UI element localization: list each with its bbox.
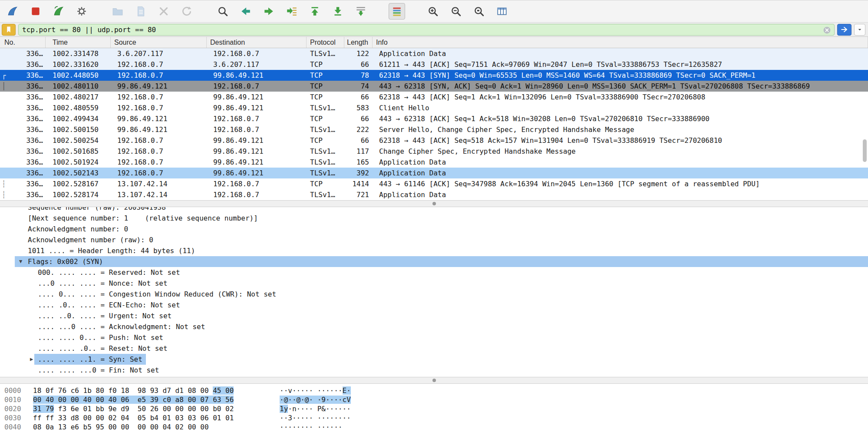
packet-row[interactable]: 336…1002.500254192.168.0.799.86.49.121TC… bbox=[0, 135, 868, 146]
filter-apply-button[interactable] bbox=[837, 24, 851, 36]
reload-file-button[interactable] bbox=[178, 3, 195, 20]
detail-row[interactable]: ...0 .... .... = Nonce: Not set bbox=[0, 278, 868, 289]
packet-row[interactable]: 336…1002.480559192.168.0.799.86.49.121TL… bbox=[0, 102, 868, 113]
packet-row[interactable]: │336…1002.48011099.86.49.121192.168.0.7T… bbox=[0, 81, 868, 92]
detail-row[interactable]: Acknowledgment number (raw): 0 bbox=[0, 234, 868, 245]
detail-row[interactable]: .... .... .0.. = Reset: Not set bbox=[0, 343, 868, 354]
go-to-packet-button[interactable] bbox=[284, 3, 300, 20]
cell-time: 1002.500254 bbox=[46, 135, 111, 146]
restart-capture-button[interactable] bbox=[50, 3, 67, 20]
col-header-source[interactable]: Source bbox=[111, 37, 207, 48]
packet-bytes-pane[interactable]: 000018 0f 76 c6 1b 80 f0 18 98 93 d7 d1 … bbox=[0, 384, 868, 442]
detail-row[interactable]: .... .... ...0 = Fin: Not set bbox=[0, 365, 868, 376]
detail-row-text: .... 0... .... = Congestion Window Reduc… bbox=[38, 289, 276, 300]
detail-row[interactable]: 000. .... .... = Reserved: Not set bbox=[0, 267, 868, 278]
detail-row[interactable]: ▼Flags: 0x002 (SYN) bbox=[0, 256, 868, 267]
detail-row-text: [Next sequence number: 1 (relative seque… bbox=[28, 213, 258, 224]
packet-row[interactable]: 336…1002.331620192.168.0.73.6.207.117TCP… bbox=[0, 59, 868, 70]
cell-len: 165 bbox=[344, 157, 373, 168]
col-header-no[interactable]: No. bbox=[0, 37, 46, 48]
close-file-button[interactable] bbox=[155, 3, 172, 20]
detail-bytes-splitter[interactable] bbox=[0, 377, 868, 384]
detail-row[interactable]: ▶.... .... ..1. = Syn: Set bbox=[0, 354, 868, 365]
zoom-in-button[interactable] bbox=[425, 3, 441, 20]
packet-row[interactable]: 336…1002.502143192.168.0.799.86.49.121TL… bbox=[0, 168, 868, 178]
detail-row[interactable]: .... ..0. .... = Urgent: Not set bbox=[0, 310, 868, 321]
packet-row[interactable]: ┌336…1002.448050192.168.0.799.86.49.121T… bbox=[0, 70, 868, 81]
cell-src: 192.168.0.7 bbox=[111, 168, 207, 178]
hex-segment: 45 00 bbox=[213, 386, 234, 395]
col-header-info[interactable]: Info bbox=[373, 37, 868, 48]
packet-row[interactable]: 336…1002.480217192.168.0.799.86.49.121TC… bbox=[0, 92, 868, 102]
packet-row[interactable]: 336…1002.49943499.86.49.121192.168.0.7TC… bbox=[0, 113, 868, 124]
packet-row[interactable]: 336…1002.3314783.6.207.117192.168.0.7TLS… bbox=[0, 48, 868, 59]
hex-line[interactable]: 001000 40 00 00 40 00 40 06 e5 39 c0 a8 … bbox=[0, 395, 868, 404]
cell-len: 66 bbox=[344, 113, 373, 124]
go-back-button[interactable] bbox=[238, 3, 254, 20]
stop-capture-button[interactable] bbox=[27, 3, 44, 20]
hex-line[interactable]: 002031 79 f3 6e 01 bb 9e d9 50 26 00 00 … bbox=[0, 404, 868, 413]
auto-scroll-button[interactable] bbox=[353, 3, 369, 20]
cell-time: 1002.499434 bbox=[46, 113, 111, 124]
filter-clear-button[interactable] bbox=[822, 26, 832, 35]
cell-proto: TLSv1… bbox=[307, 146, 344, 157]
resize-columns-button[interactable] bbox=[494, 3, 510, 20]
hex-bytes: 08 0a 13 e6 b5 95 00 00 00 00 04 02 00 0… bbox=[33, 422, 209, 432]
ascii-segment: ··3····· ········ bbox=[280, 414, 351, 422]
cell-proto: TLSv1… bbox=[307, 157, 344, 168]
hex-line[interactable]: 004008 0a 13 e6 b5 95 00 00 00 00 04 02 … bbox=[0, 422, 868, 432]
capture-options-button[interactable] bbox=[73, 3, 90, 20]
zoom-out-button[interactable] bbox=[448, 3, 464, 20]
packet-row[interactable]: ┆336…1002.52817413.107.42.14192.168.0.7T… bbox=[0, 189, 868, 200]
filter-dropdown-button[interactable] bbox=[854, 24, 865, 36]
detail-row-text: .... .... ..1. = Syn: Set bbox=[34, 354, 146, 365]
col-header-time[interactable]: Time bbox=[46, 37, 111, 48]
cell-no: 336… bbox=[0, 146, 46, 157]
packet-row[interactable]: 336…1002.501685192.168.0.799.86.49.121TL… bbox=[0, 146, 868, 157]
cell-src: 192.168.0.7 bbox=[111, 135, 207, 146]
col-header-destination[interactable]: Destination bbox=[207, 37, 307, 48]
find-packet-button[interactable] bbox=[215, 3, 231, 20]
go-to-bottom-icon bbox=[332, 6, 343, 17]
detail-row[interactable]: Acknowledgment number: 0 bbox=[0, 224, 868, 234]
start-capture-fin-icon bbox=[7, 6, 18, 17]
col-header-protocol[interactable]: Protocol bbox=[307, 37, 344, 48]
expander-closed-icon[interactable]: ▶ bbox=[30, 354, 33, 365]
detail-row[interactable]: .... .0.. .... = ECN-Echo: Not set bbox=[0, 300, 868, 310]
filter-bookmark-button[interactable] bbox=[2, 24, 16, 36]
packet-row[interactable]: 336…1002.50015099.86.49.121192.168.0.7TL… bbox=[0, 124, 868, 135]
detail-row[interactable]: .... 0... .... = Congestion Window Reduc… bbox=[0, 289, 868, 300]
cell-no: 336… bbox=[0, 48, 46, 59]
packet-list-scrollbar-thumb[interactable] bbox=[863, 139, 867, 162]
detail-row-text: .... .... .0.. = Reset: Not set bbox=[38, 343, 168, 354]
detail-row[interactable]: 1011 .... = Header Length: 44 bytes (11) bbox=[0, 245, 868, 256]
zoom-reset-icon bbox=[473, 6, 485, 17]
hex-line[interactable]: 0030ff ff 33 d8 00 00 02 04 05 b4 01 03 … bbox=[0, 413, 868, 422]
go-to-top-button[interactable] bbox=[307, 3, 323, 20]
packet-row[interactable]: ┆336…1002.52816713.107.42.14192.168.0.7T… bbox=[0, 178, 868, 189]
col-header-length[interactable]: Length bbox=[344, 37, 373, 48]
hex-line[interactable]: 000018 0f 76 c6 1b 80 f0 18 98 93 d7 d1 … bbox=[0, 386, 868, 395]
cell-time: 1002.331620 bbox=[46, 59, 111, 70]
packet-list[interactable]: 336…1002.3314783.6.207.117192.168.0.7TLS… bbox=[0, 48, 868, 200]
go-to-bottom-button[interactable] bbox=[330, 3, 346, 20]
detail-row[interactable]: [Next sequence number: 1 (relative seque… bbox=[0, 213, 868, 224]
detail-row-text: .... .... ...0 = Fin: Not set bbox=[38, 365, 159, 376]
go-to-top-icon bbox=[309, 6, 320, 17]
detail-row-text: .... ...0 .... = Acknowledgment: Not set bbox=[38, 321, 205, 332]
detail-row[interactable]: Sequence number (raw): 2603041938 bbox=[0, 207, 868, 213]
list-detail-splitter[interactable] bbox=[0, 200, 868, 207]
detail-row[interactable]: .... ...0 .... = Acknowledgment: Not set bbox=[0, 321, 868, 332]
display-filter-input[interactable]: tcp.port == 80 || udp.port == 80 bbox=[18, 24, 835, 36]
packet-row[interactable]: 336…1002.501924192.168.0.799.86.49.121TL… bbox=[0, 157, 868, 168]
go-forward-button[interactable] bbox=[261, 3, 277, 20]
colorize-button[interactable] bbox=[389, 3, 405, 20]
open-file-button[interactable] bbox=[109, 3, 126, 20]
cell-src: 99.86.49.121 bbox=[111, 124, 207, 135]
save-file-button[interactable] bbox=[132, 3, 149, 20]
start-capture-button[interactable] bbox=[4, 3, 21, 20]
zoom-reset-button[interactable] bbox=[471, 3, 487, 20]
expander-open-icon[interactable]: ▼ bbox=[19, 256, 22, 267]
detail-row[interactable]: .... .... 0... = Push: Not set bbox=[0, 332, 868, 343]
packet-details-pane[interactable]: Sequence number (raw): 2603041938[Next s… bbox=[0, 207, 868, 377]
